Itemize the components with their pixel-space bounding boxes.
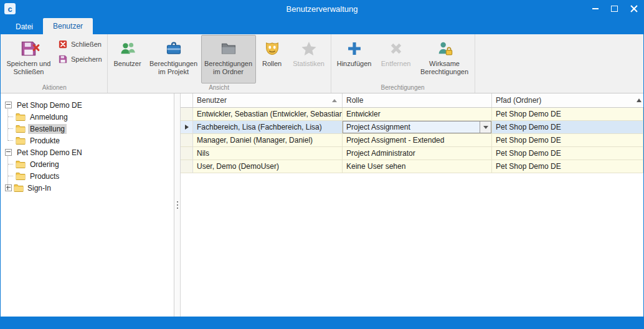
cell-benutzer[interactable]: Entwickler, Sebastian (Entwickler, Sebas… xyxy=(193,108,343,121)
tab-benutzer[interactable]: Benutzer xyxy=(43,18,93,34)
cell-rolle-editor[interactable]: Project Assignment xyxy=(343,121,492,134)
wirksame-berechtigungen-label: Wirksame Berechtigungen xyxy=(417,60,473,76)
close-x-overlay-icon xyxy=(32,44,40,51)
tree-connector xyxy=(8,164,13,164)
maximize-button[interactable] xyxy=(605,0,624,17)
tree-node-produkte[interactable]: Produkte xyxy=(1,135,174,146)
app-window: c Benutzerverwaltung Datei Benutzer Spei… xyxy=(0,0,644,329)
cell-benutzer[interactable]: User, Demo (DemoUser) xyxy=(193,160,343,173)
cell-benutzer[interactable]: Nils xyxy=(193,147,343,160)
project-tree: Pet Shop Demo DE Anmeldung Bestellung Pr… xyxy=(1,93,174,317)
cell-rolle[interactable]: Entwickler xyxy=(343,108,492,121)
folder-icon xyxy=(16,136,26,145)
ribbon: Speichern und Schließen Schließen Speich… xyxy=(1,34,643,93)
column-header-label: Benutzer xyxy=(197,96,227,105)
cell-rolle[interactable]: Project Administrator xyxy=(343,147,492,160)
speichern-button[interactable]: Speichern xyxy=(58,53,102,65)
tree-node-label: Sign-In xyxy=(26,183,53,193)
folder-icon xyxy=(16,113,26,121)
cell-pfad[interactable]: Pet Shop Demo DE xyxy=(492,121,643,134)
tree-node-bestellung[interactable]: Bestellung xyxy=(1,123,174,135)
star-icon xyxy=(300,39,318,58)
app-logo-letter: c xyxy=(7,4,12,14)
rollen-button[interactable]: Rollen xyxy=(256,35,288,83)
titlebar: c Benutzerverwaltung xyxy=(1,0,643,17)
tree-node-sign-in[interactable]: Sign-In xyxy=(1,182,174,194)
berechtigungen-im-projekt-button[interactable]: Berechtigungen im Projekt xyxy=(146,35,201,83)
grid-row[interactable]: Nils Project Administrator Pet Shop Demo… xyxy=(181,147,643,160)
cell-rolle[interactable]: Project Assigment - Extended xyxy=(343,134,492,147)
benutzer-view-button[interactable]: Benutzer xyxy=(109,35,146,83)
expand-icon[interactable] xyxy=(5,184,12,191)
save-and-close-button[interactable]: Speichern und Schließen xyxy=(3,35,54,83)
current-row-arrow-icon xyxy=(185,125,189,130)
ribbon-group-berechtigungen: Hinzufügen Entfernen Wirksame Berechtigu… xyxy=(331,34,475,93)
column-header-label: Rolle xyxy=(346,96,363,105)
tab-datei[interactable]: Datei xyxy=(6,19,43,34)
hinzufuegen-button[interactable]: Hinzufügen xyxy=(333,35,376,83)
tree-node-label: Products xyxy=(28,171,61,181)
berechtigungen-im-projekt-label: Berechtigungen im Projekt xyxy=(147,60,201,76)
ribbon-group-aktionen: Speichern und Schließen Schließen Speich… xyxy=(2,34,108,93)
schliessen-button[interactable]: Schließen xyxy=(58,38,102,50)
save-and-close-icon xyxy=(19,39,38,58)
tree-node-pet-shop-demo-de[interactable]: Pet Shop Demo DE xyxy=(1,99,174,111)
group-label-ansicht: Ansicht xyxy=(109,83,329,93)
minimize-button[interactable] xyxy=(585,0,605,17)
grid-row-selected[interactable]: Fachbereich, Lisa (Fachbereich, Lisa) Pr… xyxy=(181,121,643,134)
close-button[interactable] xyxy=(624,0,643,17)
rolle-combobox-value[interactable]: Project Assignment xyxy=(343,122,480,133)
tree-children-de: Anmeldung Bestellung Produkte xyxy=(1,111,174,146)
hinzufuegen-label: Hinzufügen xyxy=(337,60,372,68)
tree-node-products[interactable]: Products xyxy=(1,170,174,182)
tree-connector xyxy=(8,140,13,141)
cell-pfad[interactable]: Pet Shop Demo DE xyxy=(492,160,643,173)
rolle-combobox[interactable]: Project Assignment xyxy=(343,121,491,133)
close-icon xyxy=(630,5,638,12)
wirksame-berechtigungen-button[interactable]: Wirksame Berechtigungen xyxy=(416,35,473,83)
cell-rolle[interactable]: Keine User sehen xyxy=(343,160,492,173)
rollen-label: Rollen xyxy=(262,60,282,68)
row-indicator-cell xyxy=(181,147,193,160)
save-icon xyxy=(58,54,68,64)
grid-row[interactable]: Entwickler, Sebastian (Entwickler, Sebas… xyxy=(181,108,643,121)
tree-children-en: Ordering Products Sign-In xyxy=(1,158,174,194)
briefcase-icon xyxy=(164,39,183,58)
status-bar xyxy=(1,317,643,329)
collapse-icon[interactable] xyxy=(5,149,12,156)
column-header-pfad[interactable]: Pfad (Ordner) xyxy=(492,93,643,107)
collapse-icon[interactable] xyxy=(5,102,12,108)
column-header-label: Pfad (Ordner) xyxy=(496,96,541,105)
column-header-rolle[interactable]: Rolle xyxy=(343,93,492,107)
ribbon-tab-strip: Datei Benutzer xyxy=(1,17,643,34)
column-header-benutzer[interactable]: Benutzer xyxy=(193,93,343,107)
tree-connector xyxy=(8,117,13,117)
minimize-icon xyxy=(592,8,599,9)
schliessen-label: Schließen xyxy=(71,41,102,48)
splitter[interactable] xyxy=(174,93,181,317)
users-icon xyxy=(118,39,137,58)
row-indicator-header xyxy=(181,93,193,107)
row-indicator-cell xyxy=(181,134,193,147)
cell-pfad[interactable]: Pet Shop Demo DE xyxy=(492,108,643,121)
cell-benutzer[interactable]: Fachbereich, Lisa (Fachbereich, Lisa) xyxy=(193,121,343,134)
cell-benutzer[interactable]: Manager, Daniel (Manager, Daniel) xyxy=(193,134,343,147)
cell-pfad[interactable]: Pet Shop Demo DE xyxy=(492,147,643,160)
berechtigungen-im-ordner-button[interactable]: Berechtigungen im Ordner xyxy=(201,35,256,83)
folder-icon xyxy=(14,184,24,192)
tree-node-anmeldung[interactable]: Anmeldung xyxy=(1,111,174,123)
tree-node-pet-shop-demo-en[interactable]: Pet Shop Demo EN xyxy=(1,146,174,158)
grid-row[interactable]: User, Demo (DemoUser) Keine User sehen P… xyxy=(181,160,643,173)
app-logo-icon[interactable]: c xyxy=(4,3,16,14)
tree-node-ordering[interactable]: Ordering xyxy=(1,158,174,170)
berechtigungen-im-ordner-label: Berechtigungen im Ordner xyxy=(202,60,255,76)
close-red-icon xyxy=(58,39,68,49)
group-label-berechtigungen: Berechtigungen xyxy=(333,83,473,93)
dropdown-button[interactable] xyxy=(480,122,491,133)
column-scroll-up-icon[interactable] xyxy=(637,98,642,102)
cell-pfad[interactable]: Pet Shop Demo DE xyxy=(492,134,643,147)
folder-icon xyxy=(16,172,26,180)
tree-node-label: Anmeldung xyxy=(28,112,70,122)
grid-row[interactable]: Manager, Daniel (Manager, Daniel) Projec… xyxy=(181,134,643,147)
tree-node-label: Pet Shop Demo DE xyxy=(15,100,84,110)
